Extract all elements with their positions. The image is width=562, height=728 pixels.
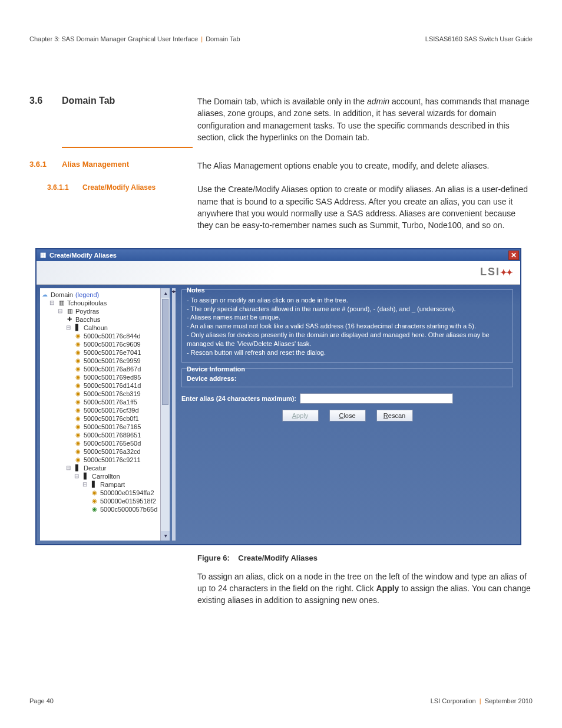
tree-device[interactable]: ◉5000c5001765e50d xyxy=(74,439,168,447)
server-icon: ▋ xyxy=(74,324,81,331)
target-icon: ◉ xyxy=(74,357,81,364)
header-right: LSISAS6160 SAS Switch User Guide xyxy=(425,35,533,42)
tree-node[interactable]: Carrollton xyxy=(92,473,120,480)
page-footer: Page 40 LSI Corporation | September 2010 xyxy=(29,697,533,704)
tree-device[interactable]: ◉500000e0159518f2 xyxy=(91,497,168,505)
section-number: 3.6 xyxy=(29,95,62,106)
target-icon: ◉ xyxy=(74,431,81,438)
toggle-icon[interactable]: ⊟ xyxy=(66,324,72,331)
section-body: The Domain tab, which is available only … xyxy=(197,95,533,143)
toggle-icon[interactable]: ⊟ xyxy=(58,308,64,314)
section-rule xyxy=(62,147,193,148)
footer-divider: | xyxy=(480,697,481,704)
target-icon: ◉ xyxy=(74,332,81,339)
alias-label: Enter alias (24 characters maximum): xyxy=(181,395,296,402)
subsubsection-body: Use the Create/Modify Aliases option to … xyxy=(197,183,533,231)
window-title: Create/Modify Aliases xyxy=(49,252,117,259)
server-icon: ▋ xyxy=(91,481,98,487)
tree-node[interactable]: Decatur xyxy=(84,465,107,472)
hub-icon: ✚ xyxy=(66,316,73,322)
header-left-a: Chapter 3: SAS Domain Manager Graphical … xyxy=(29,35,198,42)
target-icon: ◉ xyxy=(74,382,81,388)
splitter[interactable] xyxy=(172,288,176,541)
tree-device[interactable]: ◉5000c500176a32cd xyxy=(74,447,168,456)
lsi-logo: LSI✦✦ xyxy=(480,266,512,278)
figure-caption: Figure 6: Create/Modify Aliases xyxy=(197,554,533,562)
close-button[interactable]: ✕ xyxy=(508,251,519,260)
notes-line: - The only special characters allowed in… xyxy=(187,305,508,314)
target-icon: ◉ xyxy=(74,456,81,463)
tree-device[interactable]: ◉5000c500176cf39d xyxy=(74,406,168,414)
close-button-dialog[interactable]: Close xyxy=(329,410,366,421)
notes-line: - An alias name must not look like a val… xyxy=(187,322,508,331)
domain-tree[interactable]: ☁ Domain (legend) ⊟▥Tchoupitoulas ⊟▥Poyd… xyxy=(40,288,170,516)
tree-node[interactable]: Poydras xyxy=(75,308,99,315)
scroll-up-button[interactable]: ▴ xyxy=(161,288,170,298)
window-icon: ▦ xyxy=(40,251,46,259)
tree-device[interactable]: ◉5000c500176d141d xyxy=(74,381,168,390)
scroll-thumb[interactable] xyxy=(162,299,168,405)
tree-device[interactable]: ◉5000c5001769ed95 xyxy=(74,373,168,381)
target-icon: ◉ xyxy=(74,423,81,430)
notes-fieldset: Notes - To assign or modify an alias cli… xyxy=(181,289,513,363)
target-icon: ◉ xyxy=(74,398,81,405)
target-icon: ◉ xyxy=(74,440,81,446)
scroll-down-button[interactable]: ▾ xyxy=(161,531,170,541)
tree-node[interactable]: Rampart xyxy=(100,481,125,488)
tree-device[interactable]: ◉5000c500176c9609 xyxy=(74,340,168,348)
server-icon: ▋ xyxy=(74,465,81,471)
toggle-icon[interactable]: ⊟ xyxy=(49,299,55,306)
target-icon: ◉ xyxy=(74,365,81,372)
tree-device[interactable]: ◉500000e01594ffa2 xyxy=(91,489,168,497)
target-icon: ◉ xyxy=(74,374,81,380)
notes-line: - To assign or modify an alias click on … xyxy=(187,296,508,305)
subsubsection-number: 3.6.1.1 xyxy=(47,183,82,192)
tree-legend-link[interactable]: (legend) xyxy=(75,291,99,298)
toggle-icon[interactable]: ⊟ xyxy=(82,481,88,487)
tree-device[interactable]: ◉5000c500176e7165 xyxy=(74,423,168,431)
target-icon: ◉ xyxy=(74,390,81,397)
tree-device[interactable]: ◉5000c50017689651 xyxy=(74,431,168,439)
device-info-legend: Device Information xyxy=(187,365,508,373)
tree-node[interactable]: Bacchus xyxy=(75,316,100,323)
subsubsection-title: Create/Modify Aliases xyxy=(82,183,197,192)
target-icon: ◉ xyxy=(91,498,98,504)
alias-input[interactable] xyxy=(300,393,453,404)
tree-device[interactable]: ◉5000c5000057b65d xyxy=(91,505,168,513)
tree-device[interactable]: ◉5000c500176e7041 xyxy=(74,348,168,357)
target-icon: ◉ xyxy=(91,489,98,496)
rescan-button[interactable]: Rescan xyxy=(376,410,413,421)
target-icon: ◉ xyxy=(74,448,81,454)
notes-line: - Rescan button will refresh and reset t… xyxy=(187,348,508,357)
device-address-label: Device address: xyxy=(187,375,508,382)
tree-device[interactable]: ◉5000c500176a867d xyxy=(74,365,168,373)
target-icon: ◉ xyxy=(91,506,98,512)
rack-icon: ▥ xyxy=(66,308,73,314)
tree-device[interactable]: ◉5000c500176c9959 xyxy=(74,357,168,365)
tree-device[interactable]: ◉5000c500176c9211 xyxy=(74,456,168,464)
toggle-icon[interactable]: ⊟ xyxy=(66,465,72,471)
tree-scrollbar[interactable]: ▴ ▾ xyxy=(160,288,170,541)
subsection-number: 3.6.1 xyxy=(29,160,62,169)
subsection-body: The Alias Management options enable you … xyxy=(197,160,533,172)
tree-device[interactable]: ◉5000c500176c844d xyxy=(74,332,168,340)
footer-right-b: September 2010 xyxy=(485,697,533,704)
tree-device[interactable]: ◉5000c500176cb0f1 xyxy=(74,414,168,423)
toggle-icon[interactable]: ⊟ xyxy=(74,473,80,479)
right-panel: Notes - To assign or modify an alias cli… xyxy=(178,288,517,541)
page-header: Chapter 3: SAS Domain Manager Graphical … xyxy=(29,35,533,42)
target-icon: ◉ xyxy=(74,407,81,413)
tree-node[interactable]: Calhoun xyxy=(84,324,108,331)
titlebar: ▦ Create/Modify Aliases ✕ xyxy=(37,249,520,261)
tree-device[interactable]: ◉5000c500176a1ff5 xyxy=(74,398,168,406)
footer-right-a: LSI Corporation xyxy=(431,697,476,704)
tree-root[interactable]: Domain xyxy=(51,291,73,298)
tree-device[interactable]: ◉5000c500176cb319 xyxy=(74,390,168,398)
section-title: Domain Tab xyxy=(62,95,197,106)
notes-line: - Only aliases for devices presently in … xyxy=(187,331,508,348)
apply-button[interactable]: Apply xyxy=(282,410,319,421)
tree-node[interactable]: Tchoupitoulas xyxy=(67,299,107,307)
domain-tree-panel: ☁ Domain (legend) ⊟▥Tchoupitoulas ⊟▥Poyd… xyxy=(40,288,170,541)
target-icon: ◉ xyxy=(74,349,81,355)
target-icon: ◉ xyxy=(74,341,81,347)
